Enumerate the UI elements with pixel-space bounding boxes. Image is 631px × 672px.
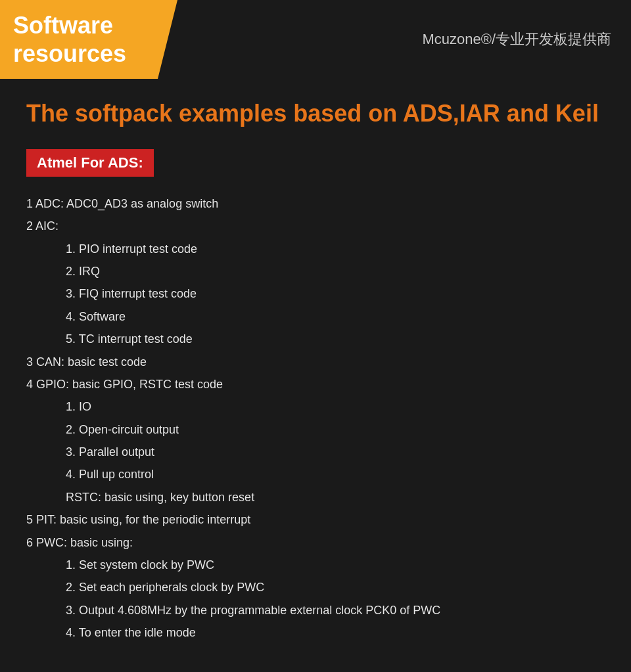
list-item: 4. Pull up control bbox=[66, 464, 605, 485]
header-logo-area: Software resources bbox=[0, 0, 158, 79]
header-subtitle: Mcuzone®/专业开发板提供商 bbox=[422, 30, 611, 49]
ads-badge: Atmel For ADS: bbox=[26, 149, 154, 177]
list-item: 6 PWC: basic using: bbox=[26, 532, 605, 553]
list-item: 1. Set system clock by PWC bbox=[66, 554, 605, 575]
list-item: RSTC: basic using, key button reset bbox=[66, 487, 605, 508]
page-header: Software resources Mcuzone®/专业开发板提供商 bbox=[0, 0, 631, 79]
header-title: Software resources bbox=[13, 11, 126, 68]
list-item: 4. Software bbox=[66, 306, 605, 327]
list-item: 2 AIC: bbox=[26, 215, 605, 236]
list-item: 5 PIT: basic using, for the periodic int… bbox=[26, 509, 605, 530]
list-item: 2. Set each peripherals clock by PWC bbox=[66, 577, 605, 598]
list-item: 5. TC interrupt test code bbox=[66, 328, 605, 349]
list-item: 2. Open-circuit output bbox=[66, 419, 605, 440]
header-right-area: Mcuzone®/专业开发板提供商 bbox=[158, 0, 631, 79]
main-content: The softpack examples based on ADS,IAR a… bbox=[0, 79, 631, 665]
item-list: 1 ADC: ADC0_AD3 as analog switch2 AIC:1.… bbox=[26, 193, 605, 644]
main-title: The softpack examples based on ADS,IAR a… bbox=[26, 99, 605, 129]
list-item: 1. PIO interrupt test code bbox=[66, 238, 605, 259]
list-item: 3. Parallel output bbox=[66, 441, 605, 462]
list-item: 3. Output 4.608MHz by the programmable e… bbox=[66, 600, 605, 621]
list-item: 3 CAN: basic test code bbox=[26, 351, 605, 372]
list-item: 4 GPIO: basic GPIO, RSTC test code bbox=[26, 374, 605, 395]
list-item: 1. IO bbox=[66, 396, 605, 417]
list-item: 3. FIQ interrupt test code bbox=[66, 283, 605, 304]
list-item: 4. To enter the idle mode bbox=[66, 622, 605, 643]
list-item: 2. IRQ bbox=[66, 261, 605, 282]
list-item: 1 ADC: ADC0_AD3 as analog switch bbox=[26, 193, 605, 214]
